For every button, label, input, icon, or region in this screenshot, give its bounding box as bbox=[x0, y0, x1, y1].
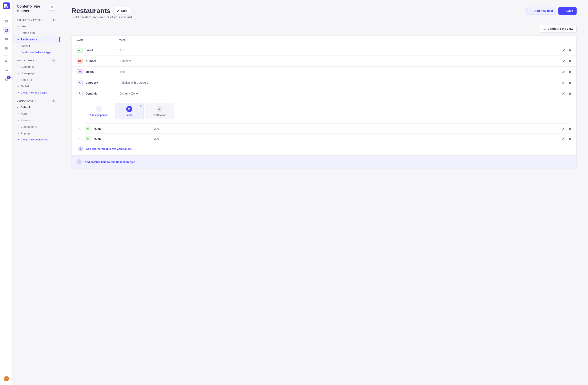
svg-rect-0 bbox=[5, 29, 8, 32]
sidebar-item-component[interactable]: Hero bbox=[13, 110, 60, 117]
svg-point-16 bbox=[79, 94, 79, 94]
bullet-icon bbox=[18, 80, 19, 81]
section-components-header[interactable]: COMPONENTS▼ 6 bbox=[13, 98, 60, 104]
field-type: Dynamic Zone bbox=[119, 92, 553, 95]
component-card-meta[interactable]: ✕ Meta bbox=[115, 103, 144, 120]
create-single-link[interactable]: + Create new Single type bbox=[13, 90, 60, 98]
field-name: Label bbox=[85, 49, 93, 52]
bullet-icon bbox=[18, 86, 19, 87]
plus-icon: + bbox=[18, 91, 19, 94]
sidebar-item-collection[interactable]: Restaurants bbox=[13, 36, 60, 43]
caret-down-icon: ▼ bbox=[35, 60, 37, 61]
create-collection-link[interactable]: + Create new Collection type bbox=[13, 49, 60, 57]
sidebar-item-component[interactable]: Pop up bbox=[13, 130, 60, 137]
plus-icon: + bbox=[77, 159, 82, 164]
plus-icon: + bbox=[18, 51, 19, 54]
component-card-destination[interactable]: Destination bbox=[145, 103, 174, 120]
svg-point-9 bbox=[5, 72, 6, 72]
bullet-icon bbox=[18, 26, 19, 27]
edit-icon[interactable] bbox=[562, 49, 565, 52]
nav-info-icon[interactable] bbox=[3, 45, 10, 52]
add-component-field-link[interactable]: Add another field to this component bbox=[86, 147, 131, 150]
caret-down-icon: ▼ bbox=[35, 100, 37, 102]
save-button[interactable]: Save bbox=[558, 7, 577, 15]
sidebar-item-single[interactable]: Homepage bbox=[13, 70, 60, 77]
close-icon[interactable]: ✕ bbox=[140, 104, 142, 107]
edit-button[interactable]: Edit bbox=[113, 7, 130, 15]
create-component-link[interactable]: + Create new Component bbox=[13, 137, 60, 145]
field-type: Relation with Category bbox=[119, 81, 553, 84]
delete-icon[interactable] bbox=[568, 70, 571, 74]
add-field-button[interactable]: Add new field bbox=[526, 7, 556, 15]
main-content: Restaurants Edit Build the data architec… bbox=[60, 0, 588, 385]
delete-icon[interactable] bbox=[568, 127, 571, 130]
pencil-icon bbox=[117, 9, 120, 12]
table-row: CategoryRelation with Category bbox=[72, 77, 576, 88]
section-collection-header[interactable]: COLLECTION TYPES▼ 6 bbox=[13, 17, 60, 23]
section-single-header[interactable]: SINGLE TYPES▼ 6 bbox=[13, 57, 60, 63]
component-group-default[interactable]: ▾ Default bbox=[13, 104, 60, 110]
nav-content-icon[interactable] bbox=[3, 18, 10, 25]
sidebar-item-component[interactable]: Contact form bbox=[13, 123, 60, 130]
components-count: 6 bbox=[52, 100, 56, 102]
plane-icon bbox=[156, 106, 163, 112]
nav-marketplace-icon[interactable] bbox=[3, 67, 10, 74]
expand-rail-icon[interactable]: › bbox=[11, 378, 11, 381]
table-row: AbLabelText bbox=[72, 45, 576, 56]
delete-icon[interactable] bbox=[568, 92, 571, 95]
sidebar: Content-Type Builder COLLECTION TYPES▼ 6… bbox=[13, 0, 60, 385]
svg-point-10 bbox=[7, 72, 7, 72]
edit-icon[interactable] bbox=[562, 60, 565, 63]
bullet-icon bbox=[18, 45, 19, 46]
sidebar-item-collection[interactable]: Label ID bbox=[13, 43, 60, 49]
delete-icon[interactable] bbox=[568, 60, 571, 63]
edit-icon[interactable] bbox=[562, 92, 565, 95]
search-button[interactable] bbox=[49, 4, 56, 11]
card-icon bbox=[126, 106, 132, 112]
nav-settings-icon[interactable]: 2 bbox=[3, 76, 10, 83]
sidebar-item-collection[interactable]: Permission bbox=[13, 30, 60, 36]
list-icon bbox=[543, 27, 546, 30]
delete-icon[interactable] bbox=[568, 49, 571, 52]
svg-point-19 bbox=[129, 109, 129, 109]
col-name[interactable]: NAME▾ bbox=[77, 39, 119, 41]
add-component-card[interactable]: Add component bbox=[85, 103, 113, 120]
delete-icon[interactable] bbox=[568, 81, 571, 84]
nav-plugins-icon[interactable] bbox=[3, 58, 10, 65]
nav-media-icon[interactable] bbox=[3, 36, 10, 43]
fields-table: NAME▾ TYPE▾ AbLabelText123NumberNumbersM… bbox=[71, 36, 577, 168]
chevron-down-icon: ▾ bbox=[17, 106, 18, 108]
bullet-icon bbox=[18, 32, 19, 34]
field-name: Media bbox=[85, 70, 94, 74]
sidebar-title: Content-Type Builder bbox=[17, 4, 49, 13]
single-count: 6 bbox=[52, 59, 56, 62]
delete-icon[interactable] bbox=[568, 137, 571, 140]
svg-rect-7 bbox=[6, 48, 6, 49]
configure-view-button[interactable]: Configure the view bbox=[540, 25, 577, 33]
svg-rect-1 bbox=[5, 29, 6, 30]
sidebar-item-single[interactable]: About us bbox=[13, 77, 60, 83]
field-name: Number bbox=[85, 60, 96, 63]
nav-builder-icon[interactable] bbox=[3, 27, 10, 34]
sidebar-item-single[interactable]: Global bbox=[13, 83, 60, 90]
component-field-row: AbNameTexte bbox=[85, 123, 571, 134]
bullet-icon bbox=[18, 126, 19, 127]
app-logo[interactable] bbox=[3, 2, 10, 9]
edit-icon[interactable] bbox=[562, 81, 565, 84]
edit-icon[interactable] bbox=[562, 127, 565, 130]
user-avatar[interactable] bbox=[4, 376, 9, 381]
field-type: Text bbox=[119, 49, 553, 52]
bullet-icon bbox=[18, 133, 19, 134]
field-type: Texte bbox=[152, 127, 553, 130]
col-type[interactable]: TYPE▾ bbox=[119, 39, 553, 41]
add-collection-field-row[interactable]: + Add another field to this Collection t… bbox=[72, 155, 576, 168]
field-name: Name bbox=[94, 137, 102, 140]
sidebar-item-component[interactable]: Review bbox=[13, 117, 60, 123]
sidebar-item-single[interactable]: Categories bbox=[13, 63, 60, 70]
edit-icon[interactable] bbox=[562, 137, 565, 140]
field-name: Name bbox=[94, 127, 102, 130]
edit-icon[interactable] bbox=[562, 70, 565, 74]
field-name: Dynamic bbox=[85, 92, 97, 95]
sidebar-item-collection[interactable]: Like bbox=[13, 23, 60, 30]
plus-icon: + bbox=[78, 146, 83, 151]
